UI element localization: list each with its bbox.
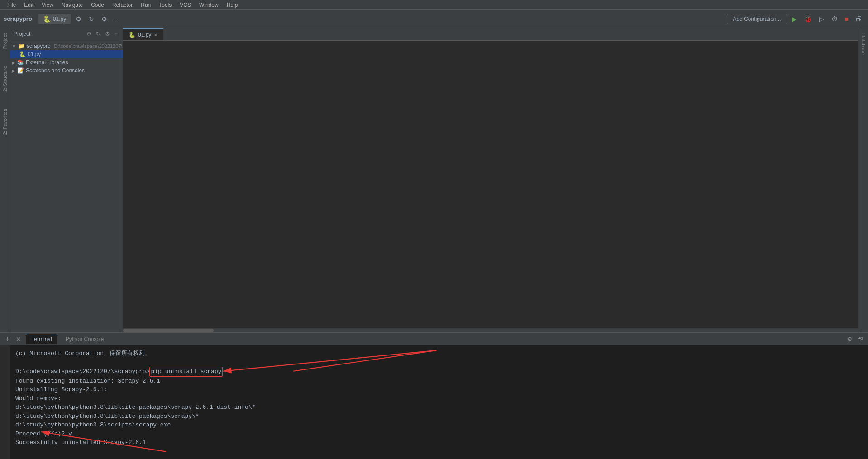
project-panel: Project ⚙ ↻ ⚙ − ▼ 📁 scrapypro D:\code\cr…: [10, 28, 123, 332]
terminal-settings-btn[interactable]: ⚙: [846, 336, 854, 343]
menu-tools[interactable]: Tools: [155, 1, 175, 9]
editor-content[interactable]: [123, 41, 858, 328]
scratches-icon: 📝: [17, 67, 24, 74]
folder-icon: 📁: [18, 43, 25, 49]
term-line-command: D:\code\crawlspace\20221207\scrapypro>pi…: [15, 367, 863, 377]
toolbar-settings-btn[interactable]: ⚙: [73, 14, 84, 24]
term-line-uninstalling: Uninstalling Scrapy-2.6.1:: [15, 385, 863, 394]
left-sidebar-strip: Project 2: Structure 2: Favorites: [0, 28, 10, 332]
panel-title: Project: [14, 31, 83, 37]
terminal-left-strip: [0, 345, 10, 459]
term-line-path2: d:\study\python\python3.8\lib\site-packa…: [15, 412, 863, 421]
toolbar-gear-btn[interactable]: ⚙: [99, 14, 110, 24]
term-line-copyright: (c) Microsoft Corporation。保留所有权利。: [15, 349, 863, 358]
file-icon: 🐍: [19, 51, 26, 57]
external-libs-label: External Libraries: [26, 59, 68, 66]
project-tree: ▼ 📁 scrapypro D:\code\crawlspace\2022120…: [10, 40, 123, 75]
scratches-item[interactable]: ▶ 📝 Scratches and Consoles: [10, 66, 123, 75]
term-line-found: Found existing installation: Scrapy 2.6.…: [15, 377, 863, 386]
favorites-tab-vertical[interactable]: 2: Favorites: [1, 105, 9, 138]
structure-tab-vertical[interactable]: 2: Structure: [1, 62, 9, 95]
terminal-window-btn[interactable]: 🗗: [856, 336, 864, 343]
editor-area: 🐍 01.py ✕: [123, 28, 858, 332]
add-configuration-button[interactable]: Add Configuration...: [727, 14, 787, 24]
panel-gear-btn[interactable]: ⚙: [104, 30, 111, 38]
menu-file[interactable]: File: [4, 1, 19, 9]
toolbar-debug-btn[interactable]: 🐞: [802, 14, 814, 24]
panel-close-btn[interactable]: −: [113, 30, 119, 38]
toolbar: scrapypro 🐍 01.py ⚙ ↻ ⚙ − Add Configurat…: [0, 10, 868, 28]
tree-root-item[interactable]: ▼ 📁 scrapypro D:\code\crawlspace\2022120…: [10, 42, 123, 50]
toolbar-stop-btn[interactable]: ■: [843, 14, 851, 24]
term-line-success: Successfully uninstalled Scrapy-2.6.1: [15, 438, 863, 447]
toolbar-file-tab[interactable]: 🐍 01.py: [38, 14, 71, 24]
tree-expand-icon: ▶: [12, 60, 15, 65]
project-panel-header: Project ⚙ ↻ ⚙ −: [10, 28, 123, 40]
workspace: Project 2: Structure 2: Favorites Projec…: [0, 28, 868, 459]
tab-label: 01.py: [138, 32, 151, 38]
toolbar-run-btn[interactable]: ▶: [790, 14, 799, 24]
python-file-icon: 🐍: [43, 15, 51, 23]
toolbar-coverage-btn[interactable]: ▷: [817, 14, 826, 24]
menu-help[interactable]: Help: [223, 1, 242, 9]
editor-scrollbar[interactable]: [123, 328, 858, 332]
term-command-highlight: pip uninstall scrapy: [149, 367, 223, 377]
toolbar-profile-btn[interactable]: ⏱: [829, 14, 840, 24]
menu-bar: File Edit View Navigate Code Refactor Ru…: [0, 0, 868, 10]
toolbar-minus-btn[interactable]: −: [112, 14, 120, 24]
menu-code[interactable]: Code: [87, 1, 108, 9]
editor-tabs: 🐍 01.py ✕: [123, 28, 858, 41]
python-console-tab[interactable]: Python Console: [60, 334, 110, 344]
menu-edit[interactable]: Edit: [20, 1, 37, 9]
tab-file-icon: 🐍: [129, 32, 135, 38]
root-label: scrapypro: [27, 43, 51, 49]
toolbar-sync-btn[interactable]: ↻: [86, 14, 96, 24]
middle-row: Project 2: Structure 2: Favorites Projec…: [0, 28, 868, 332]
menu-refactor[interactable]: Refactor: [109, 1, 136, 9]
menu-vcs[interactable]: VCS: [176, 1, 195, 9]
panel-settings-btn[interactable]: ⚙: [85, 30, 93, 38]
toolbar-brand: scrapypro: [4, 15, 32, 22]
file-label: 01.py: [28, 51, 41, 57]
menu-navigate[interactable]: Navigate: [58, 1, 86, 9]
external-libs-item[interactable]: ▶ 📚 External Libraries: [10, 58, 123, 66]
terminal-close-btn[interactable]: ✕: [14, 336, 23, 343]
term-prompt: D:\code\crawlspace\20221207\scrapypro>: [15, 368, 149, 375]
terminal-tab[interactable]: Terminal: [26, 334, 57, 344]
scratches-expand-icon: ▶: [12, 68, 15, 73]
toolbar-window-btn[interactable]: 🗗: [854, 14, 864, 24]
panel-sync-btn[interactable]: ↻: [95, 30, 102, 38]
root-path: D:\code\crawlspace\20221207\s...: [54, 43, 129, 49]
term-line-proceed: Proceed (Y/n)? y: [15, 430, 863, 439]
menu-view[interactable]: View: [38, 1, 57, 9]
menu-run[interactable]: Run: [137, 1, 154, 9]
term-line-empty: [15, 358, 863, 367]
scratches-label: Scratches and Consoles: [26, 67, 85, 74]
project-tab-vertical[interactable]: Project: [1, 30, 9, 52]
file-item-01py[interactable]: 🐍 01.py: [10, 50, 123, 58]
term-line-path3: d:\study\python\python3.8\scripts\scrapy…: [15, 421, 863, 430]
bottom-panel: + ✕ Terminal Python Console ⚙ 🗗: [0, 332, 868, 459]
bottom-panel-header: + ✕ Terminal Python Console ⚙ 🗗: [0, 333, 868, 345]
term-line-path1: d:\study\python\python3.8\lib\site-packa…: [15, 403, 863, 412]
lib-icon: 📚: [17, 59, 24, 66]
scrollbar-thumb[interactable]: [123, 329, 214, 332]
right-sidebar-strip: Database: [858, 28, 868, 332]
toolbar-open-file: 01.py: [53, 16, 66, 22]
database-tab-vertical[interactable]: Database: [859, 30, 868, 58]
tree-collapse-icon: ▼: [12, 44, 16, 49]
editor-tab-01py[interactable]: 🐍 01.py ✕: [123, 28, 163, 40]
tab-close-icon[interactable]: ✕: [154, 33, 157, 38]
term-line-would-remove: Would remove:: [15, 394, 863, 403]
terminal-content[interactable]: (c) Microsoft Corporation。保留所有权利。 D:\cod…: [10, 345, 868, 459]
menu-window[interactable]: Window: [196, 1, 222, 9]
terminal-add-btn[interactable]: +: [4, 335, 11, 343]
